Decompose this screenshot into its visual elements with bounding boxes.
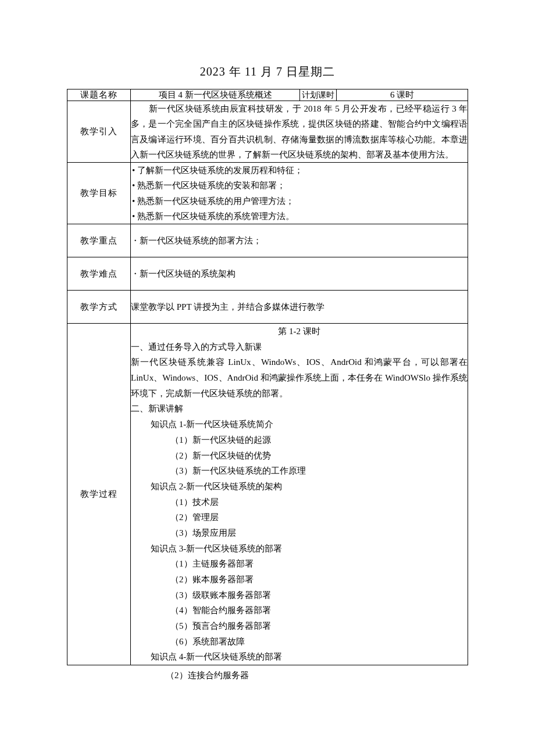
knowledge-point: 知识点 2-新一代区块链系统的架构 (131, 479, 468, 495)
goal-item: • 了解新一代区块链系统的发展历程和特征； (131, 163, 468, 178)
list-item: （2）新一代区块链的优势 (131, 448, 468, 464)
plan-label: 计划课时 (300, 89, 337, 101)
difficulty-label: 教学难点 (67, 257, 131, 291)
goal-item: • 熟悉新一代区块链系统的系统管理方法。 (131, 209, 468, 224)
process-label: 教学过程 (67, 324, 131, 665)
list-item: （2）管理层 (131, 510, 468, 525)
plan-value: 6 课时 (337, 89, 468, 101)
period-label: 第 1-2 课时 (131, 324, 468, 339)
goal-item: • 熟悉新一代区块链系统的用户管理方法； (131, 194, 468, 209)
intro-label: 教学引入 (67, 101, 131, 163)
table-row: 教学重点 ・新一代区块链系统的部署方法； (67, 224, 468, 257)
table-row: 教学引入 新一代区块链系统由辰宜科技研发，于 2018 年 5 月公开发布，已经… (67, 101, 468, 163)
difficulty-text: ・新一代区块链的系统架构 (131, 257, 468, 291)
knowledge-point: 知识点 1-新一代区块链系统简介 (131, 417, 468, 432)
section-heading: 一、通过任务导入的方式导入新课 (131, 339, 468, 355)
list-item: （3）级联账本服务器部署 (131, 587, 468, 603)
table-row: 教学方式 课堂教学以 PPT 讲授为主，并结合多媒体进行教学 (67, 291, 468, 324)
list-item: （6）系统部署故障 (131, 634, 468, 650)
table-row: 教学难点 ・新一代区块链的系统架构 (67, 257, 468, 291)
list-item: （4）智能合约服务器部署 (131, 603, 468, 618)
method-text: 课堂教学以 PPT 讲授为主，并结合多媒体进行教学 (131, 291, 468, 324)
process-content: 第 1-2 课时 一、通过任务导入的方式导入新课 新一代区块链系统兼容 LinU… (131, 324, 468, 665)
lesson-plan-table: 课题名称 项目 4 新一代区块链系统概述 计划课时 6 课时 教学引入 新一代区… (67, 89, 468, 665)
list-item: （1）主链服务器部署 (131, 556, 468, 572)
focus-text: ・新一代区块链系统的部署方法； (131, 224, 468, 257)
list-item: （3）新一代区块链系统的工作原理 (131, 463, 468, 479)
list-item: （5）预言合约服务器部署 (131, 618, 468, 634)
list-item: （1）新一代区块链的起源 (131, 432, 468, 448)
intro-text: 新一代区块链系统由辰宜科技研发，于 2018 年 5 月公开发布，已经平稳运行 … (131, 101, 468, 163)
knowledge-point: 知识点 4-新一代区块链系统的部署 (131, 649, 468, 665)
table-row: 教学目标 • 了解新一代区块链系统的发展历程和特征； • 熟悉新一代区块链系统的… (67, 163, 468, 224)
topic-value: 项目 4 新一代区块链系统概述 (131, 89, 300, 101)
page: 2023 年 11 月 7 日星期二 课题名称 项目 4 新一代区块链系统概述 … (0, 0, 535, 707)
overflow-text: （2）连接合约服务器 (67, 665, 468, 683)
goal-label: 教学目标 (67, 163, 131, 224)
section-heading: 二、新课讲解 (131, 401, 468, 417)
topic-label: 课题名称 (67, 89, 131, 101)
knowledge-point: 知识点 3-新一代区块链系统的部署 (131, 541, 468, 557)
page-title: 2023 年 11 月 7 日星期二 (67, 64, 468, 80)
list-item: （2）账本服务器部署 (131, 572, 468, 587)
list-item: （3）场景应用层 (131, 525, 468, 541)
table-row: 教学过程 第 1-2 课时 一、通过任务导入的方式导入新课 新一代区块链系统兼容… (67, 324, 468, 665)
method-label: 教学方式 (67, 291, 131, 324)
goal-item: • 熟悉新一代区块链系统的安装和部署； (131, 178, 468, 193)
focus-label: 教学重点 (67, 224, 131, 257)
table-row: 课题名称 项目 4 新一代区块链系统概述 计划课时 6 课时 (67, 89, 468, 101)
section-text: 新一代区块链系统兼容 LinUx、WindoWs、IOS、AndrOid 和鸿蒙… (131, 354, 468, 401)
goal-content: • 了解新一代区块链系统的发展历程和特征； • 熟悉新一代区块链系统的安装和部署… (131, 163, 468, 224)
list-item: （1）技术层 (131, 495, 468, 510)
